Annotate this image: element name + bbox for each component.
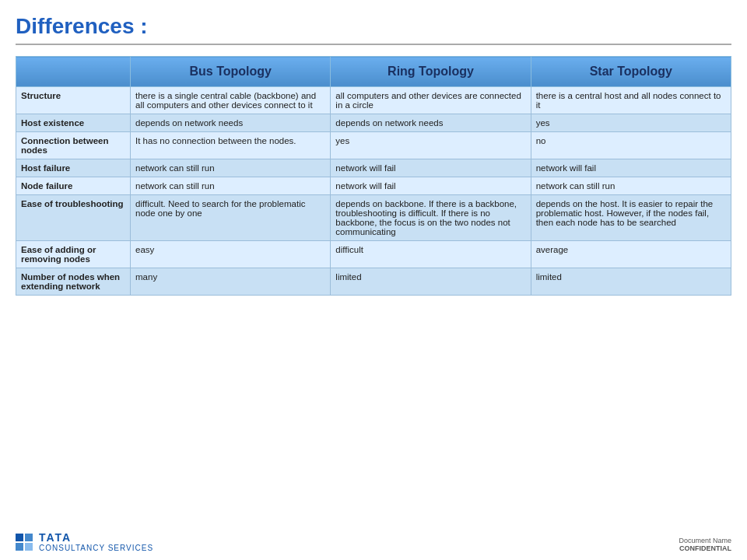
tata-logo-squares <box>16 534 33 551</box>
row-label-6: Ease of adding or removing nodes <box>16 241 131 268</box>
comparison-table: Bus Topology Ring Topology Star Topology… <box>16 56 731 296</box>
document-info: Document Name CONFIDENTIAL <box>679 537 731 552</box>
row-star-1: yes <box>531 114 731 132</box>
row-ring-5: depends on backbone. If there is a backb… <box>331 195 531 241</box>
row-bus-7: many <box>131 268 331 296</box>
header-bus: Bus Topology <box>131 57 331 87</box>
page-container: Differences : Bus Topology Ring Topology… <box>0 0 747 560</box>
confidential-label: CONFIDENTIAL <box>679 544 731 552</box>
tata-label: TATA <box>39 531 153 544</box>
row-label-3: Host failure <box>16 159 131 177</box>
row-ring-4: network will fail <box>331 177 531 195</box>
row-ring-2: yes <box>331 132 531 159</box>
row-label-0: Structure <box>16 87 131 114</box>
table-row: Ease of troubleshootingdifficult. Need t… <box>16 195 731 241</box>
row-ring-6: difficult <box>331 241 531 268</box>
table-row: Host existencedepends on network needsde… <box>16 114 731 132</box>
row-label-1: Host existence <box>16 114 131 132</box>
header-empty <box>16 57 131 87</box>
row-bus-5: difficult. Need to search for the proble… <box>131 195 331 241</box>
row-star-0: there is a central host and all nodes co… <box>531 87 731 114</box>
page-title: Differences : <box>16 14 731 39</box>
row-bus-0: there is a single central cable (backbon… <box>131 87 331 114</box>
row-ring-7: limited <box>331 268 531 296</box>
table-row: Structurethere is a single central cable… <box>16 87 731 114</box>
row-star-5: depends on the host. It is easier to rep… <box>531 195 731 241</box>
table-row: Ease of adding or removing nodeseasydiff… <box>16 241 731 268</box>
table-row: Connection between nodesIt has no connec… <box>16 132 731 159</box>
row-star-3: network will fail <box>531 159 731 177</box>
row-label-7: Number of nodes when extending network <box>16 268 131 296</box>
row-ring-1: depends on network needs <box>331 114 531 132</box>
doc-name: Document Name <box>679 537 731 544</box>
row-star-6: average <box>531 241 731 268</box>
tata-logo: TATA CONSULTANCY SERVICES <box>16 531 153 552</box>
header-ring: Ring Topology <box>331 57 531 87</box>
row-bus-6: easy <box>131 241 331 268</box>
title-underline <box>16 44 731 45</box>
tcs-label: CONSULTANCY SERVICES <box>39 544 153 552</box>
row-bus-1: depends on network needs <box>131 114 331 132</box>
table-row: Node failurenetwork can still runnetwork… <box>16 177 731 195</box>
row-label-4: Node failure <box>16 177 131 195</box>
header-star: Star Topology <box>531 57 731 87</box>
row-label-2: Connection between nodes <box>16 132 131 159</box>
row-ring-0: all computers and other devices are conn… <box>331 87 531 114</box>
row-star-2: no <box>531 132 731 159</box>
row-bus-4: network can still run <box>131 177 331 195</box>
table-row: Host failurenetwork can still runnetwork… <box>16 159 731 177</box>
row-label-5: Ease of troubleshooting <box>16 195 131 241</box>
row-star-7: limited <box>531 268 731 296</box>
row-bus-3: network can still run <box>131 159 331 177</box>
table-header-row: Bus Topology Ring Topology Star Topology <box>16 57 731 87</box>
row-ring-3: network will fail <box>331 159 531 177</box>
table-row: Number of nodes when extending networkma… <box>16 268 731 296</box>
row-star-4: network can still run <box>531 177 731 195</box>
row-bus-2: It has no connection between the nodes. <box>131 132 331 159</box>
tata-brand-text: TATA CONSULTANCY SERVICES <box>39 531 153 552</box>
footer: TATA CONSULTANCY SERVICES Document Name … <box>0 531 747 552</box>
